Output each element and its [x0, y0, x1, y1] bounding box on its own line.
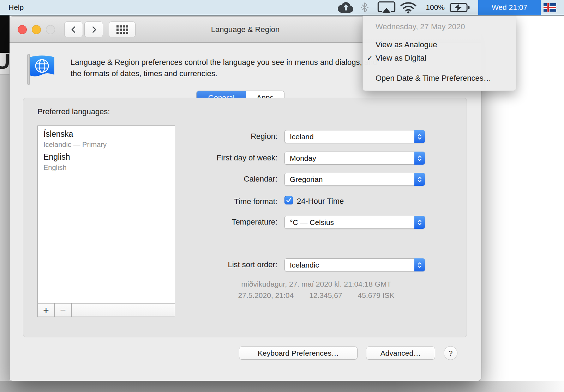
temperature-label: Temperature:	[161, 218, 277, 227]
popup-stepper-icon	[414, 152, 425, 165]
region-label: Region:	[161, 132, 277, 141]
first-day-popup[interactable]: Monday	[284, 152, 425, 165]
menu-separator	[363, 68, 517, 68]
menu-item-date: Wednesday, 27 May 2020	[376, 19, 465, 35]
time-format-label: Time format:	[161, 197, 277, 206]
chevron-left-icon	[70, 25, 78, 34]
minimize-button[interactable]	[32, 25, 41, 34]
menu-item-help[interactable]: Help	[5, 0, 27, 15]
calendar-popup[interactable]: Gregorian	[284, 173, 425, 186]
popup-stepper-icon	[414, 258, 425, 271]
battery-percentage: 100%	[420, 0, 445, 15]
checkmark-icon: ✓	[367, 51, 375, 65]
preferred-languages-list[interactable]: Íslenska Icelandic — Primary English Eng…	[37, 125, 175, 304]
sample-currency: 45.679 ISK	[358, 291, 395, 300]
airplay-display-icon[interactable]	[377, 0, 396, 15]
24-hour-time-label: 24-Hour Time	[297, 197, 344, 206]
calendar-label: Calendar:	[161, 174, 277, 184]
background-window-text-area: Up	[0, 53, 10, 75]
chevron-right-icon	[90, 25, 98, 34]
back-button[interactable]	[64, 22, 83, 37]
cloud-upload-icon[interactable]	[336, 0, 354, 15]
check-icon	[286, 197, 292, 203]
menu-separator	[363, 36, 517, 36]
popup-stepper-icon	[414, 173, 425, 186]
background-window-dark-area	[0, 16, 10, 53]
temperature-popup[interactable]: °C — Celsius	[284, 216, 425, 229]
menu-item-open-date-time-preferences[interactable]: Open Date & Time Preferences…	[363, 71, 517, 86]
region-popup[interactable]: Iceland	[284, 130, 425, 143]
bluetooth-icon[interactable]	[359, 0, 370, 15]
battery-charging-icon[interactable]	[449, 0, 471, 15]
keyboard-preferences-button[interactable]: Keyboard Preferences…	[239, 347, 358, 360]
list-item-islenska[interactable]: Íslenska Icelandic — Primary	[38, 126, 175, 149]
language-region-pref-icon	[25, 53, 56, 86]
24-hour-time-checkbox[interactable]	[284, 196, 293, 204]
grid-icon	[116, 25, 128, 34]
clock-dropdown-menu: Wednesday, 27 May 2020 View as Analogue …	[362, 16, 516, 91]
language-list-footer: + −	[37, 304, 175, 317]
list-item-english[interactable]: English English	[38, 149, 175, 172]
zoom-button[interactable]	[46, 25, 55, 34]
format-sample-text: miðvikudagur, 27. maí 2020 kl. 21:04:18 …	[207, 280, 426, 300]
advanced-button[interactable]: Advanced…	[366, 347, 435, 360]
preferred-languages-label: Preferred languages:	[37, 107, 110, 116]
list-footer-filler	[72, 304, 175, 317]
menu-item-view-as-analogue[interactable]: View as Analogue	[363, 38, 517, 51]
popup-stepper-icon	[414, 216, 425, 229]
list-sort-order-label: List sort order:	[161, 260, 277, 269]
sample-short-date: 27.5.2020, 21:04	[238, 291, 294, 300]
help-button[interactable]: ?	[444, 346, 457, 360]
forward-button[interactable]	[84, 22, 103, 37]
wifi-icon[interactable]	[400, 0, 417, 15]
background-clipped-text: Up	[0, 53, 10, 74]
input-source-flag-iceland-icon[interactable]	[544, 3, 556, 12]
add-language-button[interactable]: +	[38, 304, 55, 317]
sample-number: 12.345,67	[309, 291, 342, 300]
first-day-label: First day of week:	[161, 153, 277, 163]
desktop-bottom-strip	[0, 381, 564, 392]
remove-language-button[interactable]: −	[55, 304, 72, 317]
general-tab-panel: Preferred languages: Íslenska Icelandic …	[23, 98, 467, 337]
list-sort-order-popup[interactable]: Icelandic	[284, 258, 425, 271]
show-all-preferences-button[interactable]	[109, 22, 136, 37]
close-button[interactable]	[18, 25, 27, 34]
menu-bar: Help 100%	[0, 0, 564, 16]
popup-stepper-icon	[414, 130, 425, 143]
sample-long-date: miðvikudagur, 27. maí 2020 kl. 21:04:18 …	[207, 280, 426, 288]
menu-bar-clock[interactable]: Wed 21:07	[478, 0, 541, 15]
menu-item-view-as-digital[interactable]: ✓ View as Digital	[363, 51, 517, 65]
